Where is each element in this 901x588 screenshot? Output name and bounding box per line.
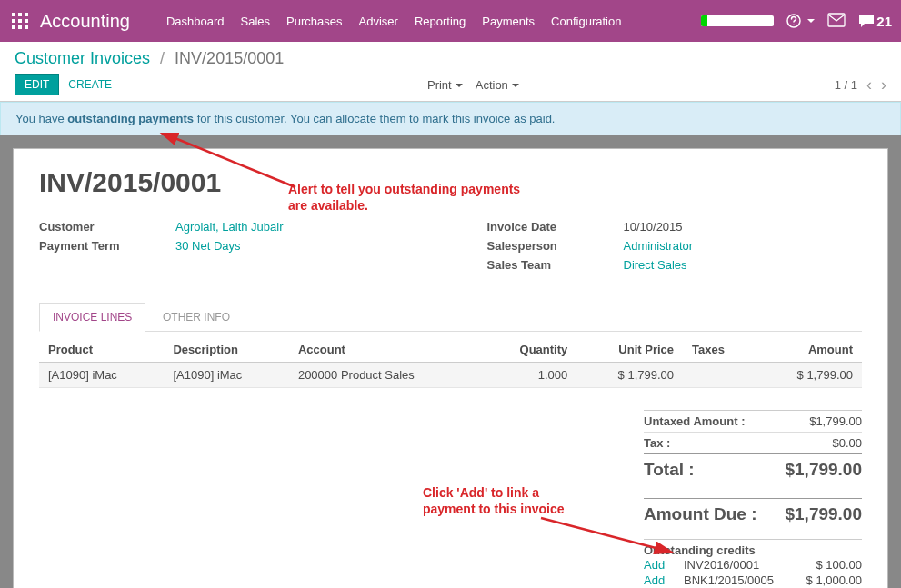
messages-button[interactable]: 21 [858, 14, 892, 29]
breadcrumb-current: INV/2015/0001 [175, 49, 284, 67]
outstanding-ref: INV2016/0001 [684, 558, 816, 572]
control-bar: Customer Invoices / INV/2015/0001 EDIT C… [0, 42, 901, 102]
outstanding-header: Outstanding credits [644, 539, 862, 557]
create-button[interactable]: CREATE [68, 78, 112, 91]
payment-term-label: Payment Term [39, 239, 175, 253]
pager: 1 / 1 ‹ › [835, 75, 886, 95]
svg-rect-2 [25, 13, 28, 16]
invoice-date-label: Invoice Date [487, 220, 624, 234]
menu-configuration[interactable]: Configuration [551, 15, 621, 28]
tax-value: $0.00 [832, 436, 862, 450]
payment-term-value[interactable]: 30 Net Days [175, 239, 241, 253]
action-dropdown[interactable]: Action [476, 78, 519, 92]
menu-payments[interactable]: Payments [482, 15, 535, 28]
menu-reporting[interactable]: Reporting [415, 15, 466, 28]
tax-label: Tax : [644, 436, 670, 450]
total-value: $1,799.00 [785, 460, 862, 480]
pager-next[interactable]: › [881, 75, 886, 95]
svg-point-10 [794, 24, 795, 25]
annotation-add-text: Click 'Add' to link a payment to this in… [423, 485, 586, 517]
add-button[interactable]: Add [644, 558, 684, 572]
customer-label: Customer [39, 220, 175, 234]
salesperson-label: Salesperson [487, 239, 624, 253]
sales-team-value[interactable]: Direct Sales [624, 258, 687, 272]
col-description: Description [164, 337, 288, 363]
col-amount: Amount [756, 337, 862, 363]
tab-invoice-lines[interactable]: INVOICE LINES [39, 303, 145, 332]
breadcrumb: Customer Invoices / INV/2015/0001 [15, 49, 886, 68]
col-product: Product [39, 337, 164, 363]
sales-team-label: Sales Team [487, 258, 624, 272]
outstanding-row: Add INV2016/0001 $ 100.00 [644, 557, 862, 573]
svg-rect-3 [12, 19, 15, 23]
outstanding-credits: Outstanding credits Add INV2016/0001 $ 1… [644, 539, 862, 588]
svg-line-13 [541, 518, 659, 549]
main-menu: Dashboard Sales Purchases Adviser Report… [166, 15, 701, 28]
svg-rect-11 [828, 14, 845, 26]
add-button[interactable]: Add [644, 573, 684, 587]
menu-purchases[interactable]: Purchases [286, 15, 342, 28]
outstanding-ref: BNK1/2015/0005 [684, 573, 806, 587]
menu-sales[interactable]: Sales [241, 15, 271, 28]
field-col-right: Invoice Date10/10/2015 SalespersonAdmini… [487, 220, 863, 277]
messages-count: 21 [876, 14, 892, 29]
menu-adviser[interactable]: Adviser [359, 15, 398, 28]
table-row[interactable]: [A1090] iMac [A1090] iMac 200000 Product… [39, 363, 862, 388]
col-unit-price: Unit Price [576, 337, 683, 363]
due-label: Amount Due : [644, 504, 757, 524]
total-label: Total : [644, 460, 695, 480]
col-account: Account [289, 337, 482, 363]
tabs: INVOICE LINES OTHER INFO [39, 303, 862, 332]
help-dropdown[interactable] [786, 14, 815, 28]
breadcrumb-parent[interactable]: Customer Invoices [15, 49, 150, 67]
invoice-title: INV/2015/0001 [39, 167, 862, 198]
salesperson-value[interactable]: Administrator [624, 239, 694, 253]
svg-rect-6 [12, 25, 15, 29]
mail-icon[interactable] [827, 13, 846, 30]
brand-title: Accounting [40, 11, 130, 32]
svg-rect-5 [25, 19, 28, 23]
svg-rect-7 [18, 25, 22, 29]
pager-prev[interactable]: ‹ [866, 75, 872, 95]
untaxed-value: $1,799.00 [809, 414, 862, 428]
print-dropdown[interactable]: Print [427, 78, 463, 92]
svg-rect-1 [18, 13, 22, 16]
svg-rect-0 [12, 13, 15, 16]
col-quantity: Quantity [482, 337, 576, 363]
outstanding-row: Add BNK1/2015/0005 $ 1,000.00 [644, 573, 862, 588]
totals: Untaxed Amount :$1,799.00 Tax :$0.00 Tot… [644, 410, 862, 530]
col-taxes: Taxes [683, 337, 756, 363]
menu-dashboard[interactable]: Dashboard [166, 15, 225, 28]
topnav-right: 21 [701, 13, 892, 30]
customer-value[interactable]: Agrolait, Laith Jubair [175, 220, 284, 234]
svg-rect-8 [25, 25, 28, 29]
untaxed-label: Untaxed Amount : [644, 414, 745, 428]
field-col-left: CustomerAgrolait, Laith Jubair Payment T… [39, 220, 415, 277]
sheet-wrapper: Alert to tell you outstanding payments a… [0, 135, 901, 588]
invoice-lines-table: Product Description Account Quantity Uni… [39, 337, 862, 388]
edit-button[interactable]: EDIT [15, 74, 59, 95]
progress-bar[interactable] [701, 15, 774, 26]
top-nav: Accounting Dashboard Sales Purchases Adv… [0, 0, 901, 42]
due-value: $1,799.00 [785, 504, 862, 524]
form-sheet: Alert to tell you outstanding payments a… [13, 148, 888, 588]
pager-text: 1 / 1 [835, 78, 857, 92]
svg-rect-4 [18, 19, 22, 23]
apps-icon[interactable] [9, 10, 31, 32]
invoice-date-value: 10/10/2015 [624, 220, 683, 234]
tab-other-info[interactable]: OTHER INFO [149, 303, 244, 331]
outstanding-amount: $ 1,000.00 [806, 573, 862, 587]
outstanding-payments-alert: You have outstanding payments for this c… [0, 102, 901, 135]
outstanding-amount: $ 100.00 [816, 558, 862, 572]
